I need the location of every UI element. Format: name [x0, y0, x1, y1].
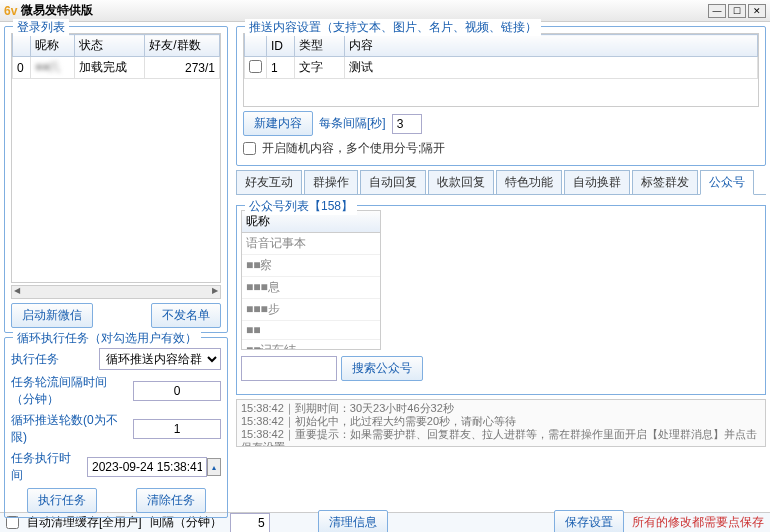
list-item[interactable]: ■■ — [242, 321, 380, 340]
tab-1[interactable]: 群操作 — [304, 170, 358, 194]
save-warning: 所有的修改都需要点保存 — [632, 514, 764, 531]
table-row[interactable]: 1 文字 测试 — [245, 57, 758, 79]
gonghao-search-input[interactable] — [241, 356, 337, 381]
save-settings-button[interactable]: 保存设置 — [554, 510, 624, 532]
clear-task-button[interactable]: 清除任务 — [136, 488, 206, 513]
time-up-icon[interactable]: ▴ — [207, 458, 221, 476]
list-item[interactable]: ■■■息 — [242, 277, 380, 299]
gonghao-list[interactable]: 昵称 语音记事本■■察■■■息■■■步■■■■记车结■■■■■虹 — [241, 210, 381, 350]
push-title: 推送内容设置（支持文本、图片、名片、视频、链接） — [245, 19, 541, 36]
tab-3[interactable]: 收款回复 — [428, 170, 494, 194]
time-input[interactable] — [87, 457, 207, 477]
gonghao-search-button[interactable]: 搜索公众号 — [341, 356, 423, 381]
push-interval-input[interactable] — [392, 114, 422, 134]
tab-6[interactable]: 标签群发 — [632, 170, 698, 194]
col-friends[interactable]: 好友/群数 — [145, 35, 220, 57]
tab-bar: 好友互动群操作自动回复收款回复特色功能自动换群标签群发公众号 — [236, 170, 766, 195]
list-item[interactable]: ■■记车结 — [242, 340, 380, 350]
login-table[interactable]: 昵称 状态 好友/群数 0 ■■氏 加载完成 273/1 — [11, 33, 221, 283]
interval-input[interactable] — [133, 381, 221, 401]
col-id[interactable]: ID — [267, 35, 295, 57]
tab-4[interactable]: 特色功能 — [496, 170, 562, 194]
gonghao-title: 公众号列表【158】 — [245, 198, 357, 215]
list-item[interactable]: ■■■步 — [242, 299, 380, 321]
tab-7[interactable]: 公众号 — [700, 170, 754, 195]
col-status[interactable]: 状态 — [74, 35, 144, 57]
maximize-button[interactable]: ☐ — [728, 4, 746, 18]
rounds-input[interactable] — [133, 419, 221, 439]
execute-task-button[interactable]: 执行任务 — [27, 488, 97, 513]
minimize-button[interactable]: — — [708, 4, 726, 18]
no-send-list-button[interactable]: 不发名单 — [151, 303, 221, 328]
tab-5[interactable]: 自动换群 — [564, 170, 630, 194]
rounds-label: 循环推送轮数(0为不限) — [11, 412, 127, 446]
table-row[interactable]: 0 ■■氏 加载完成 273/1 — [13, 57, 220, 79]
random-content-checkbox[interactable] — [243, 142, 256, 155]
new-content-button[interactable]: 新建内容 — [243, 111, 313, 136]
tab-2[interactable]: 自动回复 — [360, 170, 426, 194]
task-select[interactable]: 循环推送内容给群 — [99, 348, 221, 370]
loop-task-group: 循环执行任务（对勾选用户有效） 执行任务 循环推送内容给群 任务轮流间隔时间（分… — [4, 337, 228, 518]
col-content[interactable]: 内容 — [345, 35, 758, 57]
interval-label: 任务轮流间隔时间（分钟） — [11, 374, 127, 408]
tab-0[interactable]: 好友互动 — [236, 170, 302, 194]
list-item[interactable]: ■■察 — [242, 255, 380, 277]
random-label: 开启随机内容，多个使用分号;隔开 — [262, 140, 445, 157]
loop-title: 循环执行任务（对勾选用户有效） — [13, 330, 201, 347]
time-label: 任务执行时间 — [11, 450, 81, 484]
col-nick[interactable]: 昵称 — [31, 35, 75, 57]
gonghao-group: 公众号列表【158】 昵称 语音记事本■■察■■■息■■■步■■■■记车结■■■… — [236, 205, 766, 395]
app-title: 微易发特供版 — [21, 2, 93, 19]
close-button[interactable]: ✕ — [748, 4, 766, 18]
push-content-group: 推送内容设置（支持文本、图片、名片、视频、链接） ID 类型 内容 1 文字 测… — [236, 26, 766, 166]
list-item[interactable]: 语音记事本 — [242, 233, 380, 255]
log-panel: 15:38:42｜到期时间：30天23小时46分32秒15:38:42｜初始化中… — [236, 399, 766, 447]
push-interval-label: 每条间隔[秒] — [319, 115, 386, 132]
task-label: 执行任务 — [11, 351, 93, 368]
row-checkbox[interactable] — [249, 60, 262, 73]
start-wechat-button[interactable]: 启动新微信 — [11, 303, 93, 328]
clear-info-button[interactable]: 清理信息 — [318, 510, 388, 532]
footer-interval-input[interactable] — [230, 513, 270, 533]
app-logo: 6v — [4, 4, 17, 18]
h-scrollbar[interactable] — [11, 285, 221, 299]
content-table[interactable]: ID 类型 内容 1 文字 测试 — [243, 33, 759, 107]
login-list-title: 登录列表 — [13, 19, 69, 36]
login-list-group: 登录列表 昵称 状态 好友/群数 0 ■■氏 加载完成 273/1 — [4, 26, 228, 333]
col-type[interactable]: 类型 — [295, 35, 345, 57]
